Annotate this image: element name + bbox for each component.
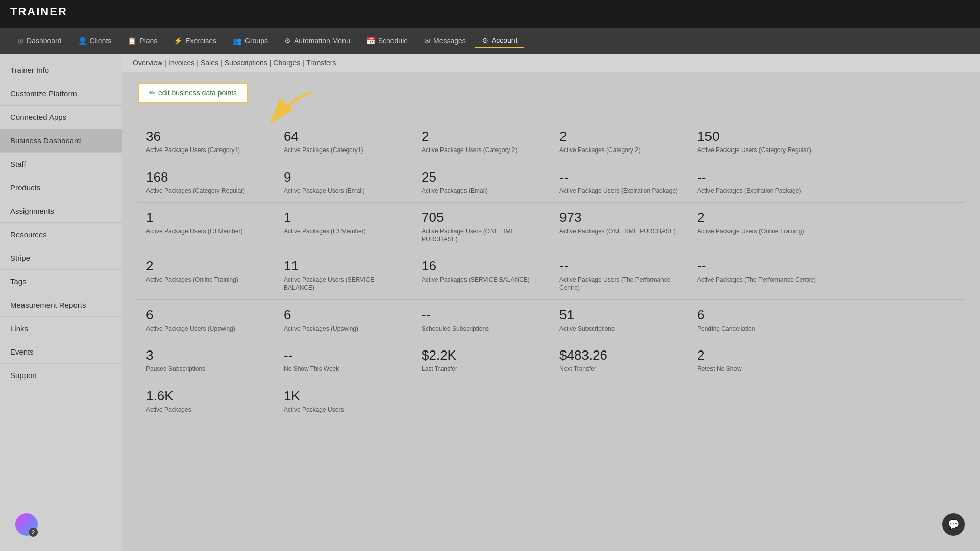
- sub-nav-item-sales[interactable]: Sales: [201, 59, 218, 67]
- stat-value: 3: [146, 347, 267, 363]
- stat-label: Active Package Users (Expiration Package…: [559, 187, 681, 195]
- sidebar-item-events[interactable]: Events: [0, 340, 122, 364]
- stat-value: 51: [559, 307, 681, 323]
- stat-value: --: [284, 347, 405, 363]
- sidebar-item-stripe[interactable]: Stripe: [0, 246, 122, 270]
- stat-cell: [827, 340, 965, 381]
- sidebar-item-staff[interactable]: Staff: [0, 153, 122, 176]
- sidebar-item-links[interactable]: Links: [0, 317, 122, 340]
- nav-item-clients[interactable]: 👤Clients: [71, 34, 119, 48]
- stat-cell: --Active Packages (The Performance Centr…: [689, 251, 827, 299]
- stat-cell: 64Active Packages (Category1): [276, 121, 413, 162]
- stat-cell: [827, 300, 965, 341]
- sidebar-item-support[interactable]: Support: [0, 364, 122, 387]
- nav-label: Dashboard: [27, 37, 62, 45]
- sidebar-item-resources[interactable]: Resources: [0, 223, 122, 246]
- stat-label: Active Packages (ONE TIME PURCHASE): [559, 228, 681, 236]
- stat-value: $483.26: [559, 347, 681, 363]
- nav-item-messages[interactable]: ✉Messages: [417, 34, 473, 48]
- stat-cell: 1Active Packages (L3 Member): [276, 203, 413, 251]
- stat-label: Active Package Users (Category Regular): [697, 146, 819, 155]
- sub-nav-separator: |: [270, 59, 272, 67]
- stat-value: 1: [284, 210, 405, 226]
- stat-cell: 2Retest No Show: [689, 340, 827, 381]
- stat-cell: --Active Package Users (Expiration Packa…: [551, 162, 689, 203]
- stat-cell: [551, 381, 689, 422]
- stat-label: Active Package Users (Category1): [146, 146, 267, 155]
- sub-nav-separator: |: [197, 59, 199, 67]
- stat-value: 973: [559, 210, 681, 226]
- stat-cell: 1.6KActive Packages: [138, 381, 276, 422]
- stat-value: 2: [146, 258, 267, 274]
- stat-label: Active Packages (Category Regular): [146, 187, 267, 195]
- sub-nav-separator: |: [164, 59, 166, 67]
- sidebar-item-business-dashboard[interactable]: Business Dashboard: [0, 129, 122, 153]
- nav-label: Groups: [244, 37, 268, 45]
- stat-label: Active Packages (Expiration Package): [697, 187, 819, 195]
- stat-cell: 1Active Package Users (L3 Member): [138, 203, 276, 251]
- stat-value: 16: [422, 258, 543, 274]
- stat-label: Active Package Users (Category 2): [422, 146, 543, 155]
- main-container: Trainer InfoCustomize PlatformConnected …: [0, 54, 980, 551]
- nav-item-plans[interactable]: 📋Plans: [120, 34, 164, 48]
- stat-value: 9: [284, 169, 405, 185]
- nav-item-groups[interactable]: 👥Groups: [226, 34, 275, 48]
- stat-cell: [827, 251, 965, 299]
- stat-cell: 3Paused Subscriptions: [138, 340, 276, 381]
- stat-label: Paused Subscriptions: [146, 365, 267, 373]
- sidebar-item-assignments[interactable]: Assignments: [0, 199, 122, 223]
- stat-label: Active Packages (Upswing): [284, 325, 405, 333]
- stat-label: Next Transfer: [559, 365, 681, 373]
- edit-business-data-points-button[interactable]: ✏ edit business data points: [138, 83, 248, 103]
- stat-cell: 973Active Packages (ONE TIME PURCHASE): [551, 203, 689, 251]
- sub-nav-item-overview[interactable]: Overview: [133, 59, 162, 67]
- stat-cell: [689, 381, 827, 422]
- sidebar-item-tags[interactable]: Tags: [0, 270, 122, 293]
- stat-value: 6: [697, 307, 819, 323]
- stat-cell: [413, 381, 551, 422]
- stat-value: 1.6K: [146, 388, 267, 404]
- nav-label: Plans: [139, 37, 157, 45]
- nav-item-schedule[interactable]: 📅Schedule: [359, 34, 415, 48]
- sub-nav-item-subscriptions[interactable]: Subscriptions: [225, 59, 267, 67]
- nav-icon: ⚙: [284, 37, 291, 45]
- nav-item-automation-menu[interactable]: ⚙Automation Menu: [277, 34, 357, 48]
- nav-item-dashboard[interactable]: ⊞Dashboard: [10, 34, 69, 48]
- stat-label: Active Package Users (The Performance Ce…: [559, 276, 681, 292]
- content-area: Overview|Invoices|Sales|Subscriptions|Ch…: [122, 54, 980, 551]
- stat-cell: 168Active Packages (Category Regular): [138, 162, 276, 203]
- stat-label: Active Packages (Category 2): [559, 146, 681, 155]
- stat-cell: 2Active Package Users (Category 2): [413, 121, 551, 162]
- stat-label: Active Packages: [146, 406, 267, 414]
- nav-item-exercises[interactable]: ⚡Exercises: [166, 34, 224, 48]
- stat-cell: 9Active Package Users (Email): [276, 162, 413, 203]
- sidebar-item-measurement-reports[interactable]: Measurement Reports: [0, 293, 122, 317]
- stat-label: Active Subscriptions: [559, 325, 681, 333]
- stat-value: 36: [146, 129, 267, 144]
- stat-label: Active Packages (SERVICE BALANCE): [422, 276, 543, 284]
- stat-value: --: [422, 307, 543, 323]
- stat-cell: 6Pending Cancellation: [689, 300, 827, 341]
- nav-item-account[interactable]: ⊙Account: [475, 33, 525, 48]
- stat-value: 25: [422, 169, 543, 185]
- sidebar-item-customize-platform[interactable]: Customize Platform: [0, 82, 122, 106]
- stat-value: --: [697, 258, 819, 274]
- sub-nav-item-transfers[interactable]: Transfers: [306, 59, 336, 67]
- sidebar-item-connected-apps[interactable]: Connected Apps: [0, 106, 122, 129]
- stat-value: 168: [146, 169, 267, 185]
- stat-cell: --No Show This Week: [276, 340, 413, 381]
- stat-label: Active Packages (L3 Member): [284, 228, 405, 236]
- dashboard-content: ✏ edit business data points: [122, 72, 980, 432]
- edit-button-label: edit business data points: [158, 89, 237, 97]
- stat-cell: --Scheduled Subscriptions: [413, 300, 551, 341]
- stat-cell: --Active Packages (Expiration Package): [689, 162, 827, 203]
- logo: TRAINER: [10, 5, 67, 18]
- sub-nav-item-invoices[interactable]: Invoices: [168, 59, 194, 67]
- stat-cell: [827, 162, 965, 203]
- stat-value: --: [697, 169, 819, 185]
- sidebar-item-trainer-info[interactable]: Trainer Info: [0, 59, 122, 82]
- sidebar-item-products[interactable]: Products: [0, 176, 122, 199]
- sub-nav-item-charges[interactable]: Charges: [273, 59, 300, 67]
- chat-button[interactable]: 💬: [942, 513, 965, 536]
- stat-label: Scheduled Subscriptions: [422, 325, 543, 333]
